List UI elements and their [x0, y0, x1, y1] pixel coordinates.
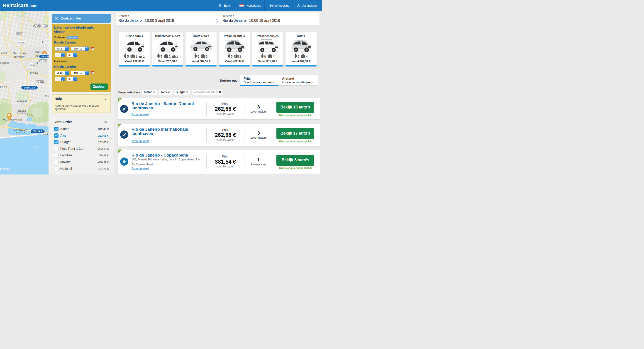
svg-text:116: 116	[31, 63, 34, 66]
svg-text:São João: São João	[13, 52, 26, 55]
svg-text:RJ-071: RJ-071	[40, 60, 46, 62]
svg-text:ANIL: ANIL	[27, 114, 33, 116]
svg-text:ME: ME	[45, 94, 48, 97]
svg-text:CIDADE: CIDADE	[18, 110, 26, 112]
svg-text:quita: quita	[1, 51, 7, 54]
svg-text:381,54 €: 381,54 €	[33, 130, 42, 133]
svg-text:de Meriti: de Meriti	[14, 55, 25, 59]
svg-text:101: 101	[29, 67, 32, 70]
svg-text:DE DEUS: DE DEUS	[17, 112, 26, 114]
svg-text:TIJUCA: TIJUCA	[16, 131, 25, 134]
svg-text:RJ-105: RJ-105	[16, 33, 22, 35]
svg-text:040: 040	[44, 25, 47, 27]
svg-text:RJ-083: RJ-083	[37, 81, 43, 83]
svg-text:RJ-101: RJ-101	[34, 25, 40, 27]
svg-text:RJ-085: RJ-085	[19, 41, 26, 44]
svg-text:381,54: 381,54	[42, 55, 48, 58]
svg-text:BARRA DA: BARRA DA	[14, 129, 28, 131]
svg-text:Googl: Googl	[0, 167, 10, 171]
svg-text:lópolis: lópolis	[0, 61, 9, 65]
svg-text:IRAJÁ: IRAJÁ	[30, 72, 38, 74]
svg-text:JACAREPAGUA: JACAREPAGUA	[2, 118, 22, 121]
svg-text:ENGO: ENGO	[0, 86, 8, 89]
svg-text:Duqu: Duqu	[35, 50, 42, 54]
svg-text:1669,19 €: 1669,19 €	[24, 86, 35, 89]
svg-text:TANQUE: TANQUE	[17, 100, 28, 103]
